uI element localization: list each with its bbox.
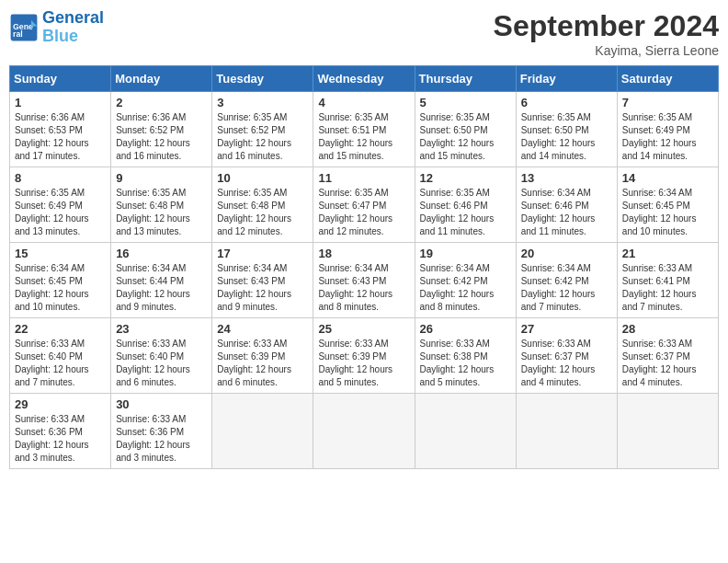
day-info: Sunrise: 6:35 AMSunset: 6:48 PMDaylight:… [116, 187, 207, 238]
table-row: 19 Sunrise: 6:34 AMSunset: 6:42 PMDaylig… [415, 243, 516, 318]
table-row: 28 Sunrise: 6:33 AMSunset: 6:37 PMDaylig… [617, 318, 718, 394]
table-row: 6 Sunrise: 6:35 AMSunset: 6:50 PMDayligh… [516, 92, 617, 167]
day-number: 8 [15, 171, 106, 185]
calendar-week-row: 1 Sunrise: 6:36 AMSunset: 6:53 PMDayligh… [10, 92, 719, 167]
day-info: Sunrise: 6:35 AMSunset: 6:49 PMDaylight:… [622, 111, 713, 163]
empty-cell [617, 394, 718, 469]
col-wednesday: Wednesday [313, 66, 415, 92]
day-info: Sunrise: 6:35 AMSunset: 6:49 PMDaylight:… [15, 187, 106, 238]
day-number: 26 [420, 322, 511, 336]
day-number: 10 [217, 171, 308, 185]
day-number: 18 [318, 247, 409, 260]
table-row: 10 Sunrise: 6:35 AMSunset: 6:48 PMDaylig… [212, 167, 313, 243]
day-info: Sunrise: 6:35 AMSunset: 6:48 PMDaylight:… [217, 187, 308, 238]
table-row: 30 Sunrise: 6:33 AMSunset: 6:36 PMDaylig… [111, 394, 212, 469]
table-row: 17 Sunrise: 6:34 AMSunset: 6:43 PMDaylig… [212, 243, 313, 318]
table-row: 20 Sunrise: 6:34 AMSunset: 6:42 PMDaylig… [516, 243, 617, 318]
day-info: Sunrise: 6:36 AMSunset: 6:52 PMDaylight:… [116, 111, 207, 163]
logo-icon: Gene ral [9, 13, 39, 42]
day-number: 11 [318, 171, 409, 185]
day-info: Sunrise: 6:34 AMSunset: 6:45 PMDaylight:… [622, 187, 713, 238]
table-row: 1 Sunrise: 6:36 AMSunset: 6:53 PMDayligh… [10, 92, 111, 167]
day-number: 7 [622, 96, 713, 109]
location-subtitle: Kayima, Sierra Leone [494, 43, 719, 58]
day-number: 23 [116, 322, 207, 336]
day-number: 24 [217, 322, 308, 336]
table-row: 24 Sunrise: 6:33 AMSunset: 6:39 PMDaylig… [212, 318, 313, 394]
day-number: 19 [420, 247, 511, 260]
table-row: 26 Sunrise: 6:33 AMSunset: 6:38 PMDaylig… [415, 318, 516, 394]
day-info: Sunrise: 6:34 AMSunset: 6:42 PMDaylight:… [420, 262, 511, 314]
day-info: Sunrise: 6:33 AMSunset: 6:40 PMDaylight:… [116, 338, 207, 389]
col-monday: Monday [111, 66, 212, 92]
table-row: 27 Sunrise: 6:33 AMSunset: 6:37 PMDaylig… [516, 318, 617, 394]
day-info: Sunrise: 6:36 AMSunset: 6:53 PMDaylight:… [15, 111, 106, 163]
table-row: 4 Sunrise: 6:35 AMSunset: 6:51 PMDayligh… [313, 92, 415, 167]
day-info: Sunrise: 6:34 AMSunset: 6:44 PMDaylight:… [116, 262, 207, 314]
title-block: September 2024 Kayima, Sierra Leone [494, 9, 719, 58]
logo-text: GeneralBlue [42, 9, 104, 46]
table-row: 29 Sunrise: 6:33 AMSunset: 6:36 PMDaylig… [10, 394, 111, 469]
day-number: 30 [116, 397, 207, 411]
day-info: Sunrise: 6:34 AMSunset: 6:45 PMDaylight:… [15, 262, 106, 314]
page-header: Gene ral GeneralBlue September 2024 Kayi… [9, 9, 719, 58]
table-row: 22 Sunrise: 6:33 AMSunset: 6:40 PMDaylig… [10, 318, 111, 394]
calendar-header-row: Sunday Monday Tuesday Wednesday Thursday… [10, 66, 719, 92]
table-row: 11 Sunrise: 6:35 AMSunset: 6:47 PMDaylig… [313, 167, 415, 243]
day-info: Sunrise: 6:33 AMSunset: 6:40 PMDaylight:… [15, 338, 106, 389]
day-number: 14 [622, 171, 713, 185]
day-info: Sunrise: 6:34 AMSunset: 6:46 PMDaylight:… [521, 187, 612, 238]
table-row: 16 Sunrise: 6:34 AMSunset: 6:44 PMDaylig… [111, 243, 212, 318]
day-number: 16 [116, 247, 207, 260]
calendar-week-row: 8 Sunrise: 6:35 AMSunset: 6:49 PMDayligh… [10, 167, 719, 243]
day-number: 9 [116, 171, 207, 185]
empty-cell [415, 394, 516, 469]
day-number: 4 [318, 96, 409, 109]
day-info: Sunrise: 6:33 AMSunset: 6:36 PMDaylight:… [116, 413, 207, 465]
table-row: 14 Sunrise: 6:34 AMSunset: 6:45 PMDaylig… [617, 167, 718, 243]
day-info: Sunrise: 6:33 AMSunset: 6:39 PMDaylight:… [318, 338, 409, 389]
day-number: 20 [521, 247, 612, 260]
col-thursday: Thursday [415, 66, 516, 92]
day-number: 27 [521, 322, 612, 336]
day-number: 3 [217, 96, 308, 109]
table-row: 23 Sunrise: 6:33 AMSunset: 6:40 PMDaylig… [111, 318, 212, 394]
calendar-week-row: 15 Sunrise: 6:34 AMSunset: 6:45 PMDaylig… [10, 243, 719, 318]
day-number: 25 [318, 322, 409, 336]
day-info: Sunrise: 6:34 AMSunset: 6:42 PMDaylight:… [521, 262, 612, 314]
calendar-table: Sunday Monday Tuesday Wednesday Thursday… [9, 65, 719, 469]
table-row: 13 Sunrise: 6:34 AMSunset: 6:46 PMDaylig… [516, 167, 617, 243]
day-info: Sunrise: 6:35 AMSunset: 6:52 PMDaylight:… [217, 111, 308, 163]
day-number: 21 [622, 247, 713, 260]
empty-cell [212, 394, 313, 469]
day-number: 17 [217, 247, 308, 260]
table-row: 3 Sunrise: 6:35 AMSunset: 6:52 PMDayligh… [212, 92, 313, 167]
day-number: 15 [15, 247, 106, 260]
table-row: 7 Sunrise: 6:35 AMSunset: 6:49 PMDayligh… [617, 92, 718, 167]
table-row: 21 Sunrise: 6:33 AMSunset: 6:41 PMDaylig… [617, 243, 718, 318]
day-info: Sunrise: 6:35 AMSunset: 6:46 PMDaylight:… [420, 187, 511, 238]
table-row: 5 Sunrise: 6:35 AMSunset: 6:50 PMDayligh… [415, 92, 516, 167]
col-tuesday: Tuesday [212, 66, 313, 92]
day-info: Sunrise: 6:35 AMSunset: 6:47 PMDaylight:… [318, 187, 409, 238]
empty-cell [516, 394, 617, 469]
logo: Gene ral GeneralBlue [9, 9, 104, 46]
day-info: Sunrise: 6:33 AMSunset: 6:41 PMDaylight:… [622, 262, 713, 314]
day-info: Sunrise: 6:33 AMSunset: 6:38 PMDaylight:… [420, 338, 511, 389]
col-sunday: Sunday [10, 66, 111, 92]
day-info: Sunrise: 6:34 AMSunset: 6:43 PMDaylight:… [318, 262, 409, 314]
day-number: 5 [420, 96, 511, 109]
day-number: 2 [116, 96, 207, 109]
day-info: Sunrise: 6:33 AMSunset: 6:39 PMDaylight:… [217, 338, 308, 389]
day-info: Sunrise: 6:35 AMSunset: 6:51 PMDaylight:… [318, 111, 409, 163]
day-info: Sunrise: 6:33 AMSunset: 6:37 PMDaylight:… [521, 338, 612, 389]
day-info: Sunrise: 6:34 AMSunset: 6:43 PMDaylight:… [217, 262, 308, 314]
col-friday: Friday [516, 66, 617, 92]
table-row: 8 Sunrise: 6:35 AMSunset: 6:49 PMDayligh… [10, 167, 111, 243]
svg-text:ral: ral [13, 29, 23, 39]
day-number: 1 [15, 96, 106, 109]
col-saturday: Saturday [617, 66, 718, 92]
table-row: 2 Sunrise: 6:36 AMSunset: 6:52 PMDayligh… [111, 92, 212, 167]
day-number: 13 [521, 171, 612, 185]
table-row: 9 Sunrise: 6:35 AMSunset: 6:48 PMDayligh… [111, 167, 212, 243]
